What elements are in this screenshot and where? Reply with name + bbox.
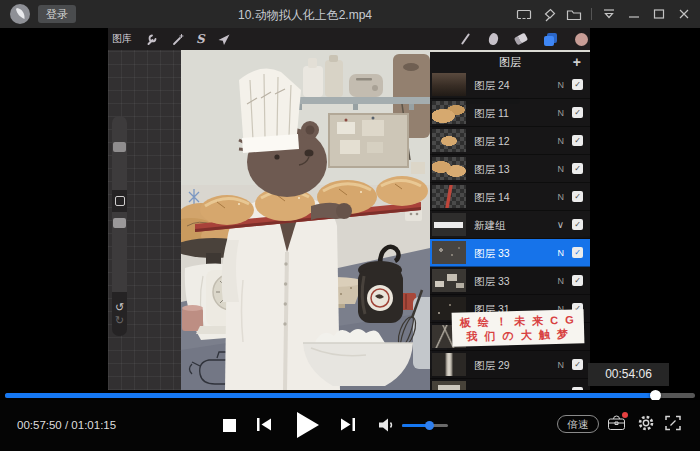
volume-icon[interactable] bbox=[378, 418, 396, 436]
minimize-icon[interactable] bbox=[626, 6, 642, 22]
layer-visibility-checkbox: ✓ bbox=[572, 107, 583, 118]
layer-name: 图层 24 bbox=[474, 79, 510, 93]
seek-time-tooltip: 00:54:06 bbox=[588, 363, 669, 386]
layer-thumbnail bbox=[432, 101, 466, 124]
layer-blend-mode: N bbox=[558, 108, 565, 118]
fullscreen-icon[interactable] bbox=[665, 415, 681, 435]
login-button[interactable]: 登录 bbox=[38, 5, 76, 23]
notification-dot bbox=[622, 412, 628, 418]
stop-button[interactable] bbox=[223, 419, 236, 432]
modify-button bbox=[112, 190, 127, 212]
layer-row: 图层 29N✓ bbox=[430, 351, 590, 379]
layer-visibility-checkbox: ✓ bbox=[572, 219, 583, 230]
pin-icon[interactable] bbox=[541, 6, 557, 22]
layer-name: 图层 11 bbox=[474, 107, 509, 121]
layer-thumbnail bbox=[432, 241, 466, 264]
layer-name: 图层 12 bbox=[474, 135, 510, 149]
layer-name: 图层 14 bbox=[474, 191, 510, 205]
layer-row: 图层 13N✓ bbox=[430, 155, 590, 183]
toolbox-icon[interactable] bbox=[607, 414, 627, 432]
add-layer-icon: + bbox=[573, 54, 581, 70]
volume-thumb[interactable] bbox=[425, 421, 434, 430]
brush-icon bbox=[461, 33, 470, 45]
layer-name: 图层 29 bbox=[474, 359, 510, 373]
playback-speed-button[interactable]: 倍速 bbox=[557, 415, 599, 433]
layer-thumbnail bbox=[432, 269, 466, 292]
volume-slider[interactable] bbox=[402, 424, 448, 427]
layer-thumbnail bbox=[432, 73, 466, 96]
layer-blend-mode: N bbox=[558, 276, 565, 286]
undo-icon: ↺ bbox=[115, 302, 124, 313]
layer-visibility-checkbox: ✓ bbox=[572, 247, 583, 258]
layer-blend-mode: N bbox=[558, 192, 565, 202]
wrench-icon bbox=[144, 32, 158, 46]
control-bar: 00:57:50 / 01:01:15 倍速 bbox=[0, 400, 700, 451]
previous-button[interactable] bbox=[256, 417, 273, 436]
layer-visibility-checkbox: ✓ bbox=[572, 275, 583, 286]
mini-mode-icon[interactable] bbox=[516, 6, 532, 22]
layer-thumbnail bbox=[432, 213, 466, 236]
watermark-overlay: 板 绘 ！ 未 来 C G 我 们 の 大 触 梦 bbox=[452, 309, 585, 346]
redo-icon: ↻ bbox=[115, 315, 124, 326]
layer-row: 图层 11N✓ bbox=[430, 99, 590, 127]
seek-bar[interactable] bbox=[5, 393, 695, 398]
layer-name: 图层 13 bbox=[474, 163, 510, 177]
player-window: 登录 10.动物拟人化上色2.mp4 bbox=[0, 0, 700, 451]
layers-panel-icon bbox=[544, 33, 558, 46]
layer-visibility-checkbox: ✓ bbox=[572, 135, 583, 146]
settings-gear-icon[interactable] bbox=[637, 414, 655, 436]
layer-thumbnail bbox=[432, 185, 466, 208]
layer-row: 图层 12N✓ bbox=[430, 127, 590, 155]
transform-arrow-icon bbox=[217, 32, 231, 46]
layer-visibility-checkbox: ✓ bbox=[572, 79, 583, 90]
layer-name: 图层 33 bbox=[474, 247, 510, 261]
layer-blend-mode: N bbox=[558, 248, 565, 258]
adjustments-wand-icon bbox=[170, 32, 184, 46]
selection-tool-icon: S bbox=[196, 32, 205, 46]
procreate-toolbar: 图库 S bbox=[108, 28, 590, 50]
smudge-icon bbox=[488, 32, 499, 46]
layer-row: 图层 24N✓ bbox=[430, 71, 590, 99]
video-title: 10.动物拟人化上色2.mp4 bbox=[110, 7, 500, 24]
seek-bar-fill bbox=[5, 393, 655, 398]
group-chevron-icon: ∨ bbox=[557, 219, 564, 230]
app-logo-icon[interactable] bbox=[9, 3, 31, 25]
open-file-icon[interactable] bbox=[566, 6, 582, 22]
layer-row: 图层 33N✓ bbox=[430, 267, 590, 295]
eraser-icon bbox=[514, 33, 528, 46]
layer-row: 新建组∨✓ bbox=[430, 211, 590, 239]
procreate-sidebar: ↺ ↻ bbox=[112, 116, 127, 336]
time-display: 00:57:50 / 01:01:15 bbox=[17, 419, 116, 431]
layer-visibility-checkbox: ✓ bbox=[572, 163, 583, 174]
layer-row: 图层 33N✓ bbox=[430, 239, 590, 267]
layer-blend-mode: N bbox=[558, 136, 565, 146]
brush-size-slider bbox=[113, 142, 126, 152]
close-icon[interactable] bbox=[676, 6, 692, 22]
video-stage[interactable]: 图库 S bbox=[0, 28, 700, 390]
video-frame[interactable]: 图库 S bbox=[108, 28, 590, 390]
layer-thumbnail bbox=[432, 157, 466, 180]
layer-thumbnail bbox=[432, 381, 466, 390]
play-button[interactable] bbox=[297, 412, 319, 438]
watermark-line2: 我 们 の 大 触 梦 bbox=[466, 327, 570, 344]
titlebar-separator bbox=[591, 8, 592, 20]
current-time: 00:57:50 bbox=[17, 419, 62, 431]
next-button[interactable] bbox=[339, 417, 356, 436]
time-separator: / bbox=[62, 419, 72, 431]
layer-visibility-checkbox: ✓ bbox=[572, 387, 583, 390]
menu-dropdown-icon[interactable] bbox=[601, 6, 617, 22]
layer-visibility-checkbox: ✓ bbox=[572, 191, 583, 202]
total-time: 01:01:15 bbox=[71, 419, 116, 431]
color-swatch-icon bbox=[575, 33, 588, 46]
layer-thumbnail bbox=[432, 353, 466, 376]
layer-name: 新建组 bbox=[474, 219, 506, 233]
layer-row: ✓ bbox=[430, 379, 590, 390]
title-bar: 登录 10.动物拟人化上色2.mp4 bbox=[0, 0, 700, 28]
layer-name: 图层 33 bbox=[474, 275, 510, 289]
maximize-icon[interactable] bbox=[651, 6, 667, 22]
gallery-label: 图库 bbox=[112, 32, 132, 46]
layers-panel-title: 图层 bbox=[430, 55, 590, 70]
layer-blend-mode: N bbox=[558, 80, 565, 90]
opacity-slider bbox=[113, 218, 126, 228]
layer-blend-mode: N bbox=[558, 360, 565, 370]
